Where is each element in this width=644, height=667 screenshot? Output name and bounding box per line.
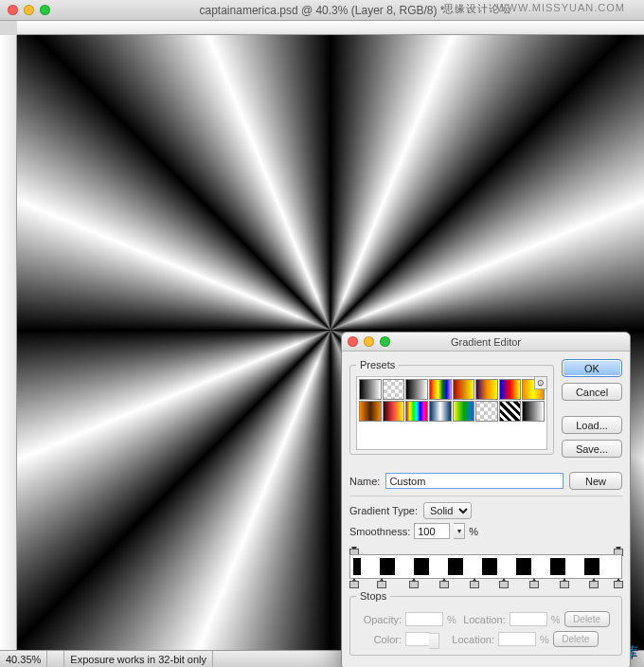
- opacity-location-input: [510, 612, 547, 626]
- preset-swatch[interactable]: [475, 401, 498, 422]
- smoothness-unit: %: [469, 526, 478, 537]
- name-label: Name:: [349, 476, 380, 487]
- status-zoom[interactable]: 40.35%: [0, 651, 47, 667]
- ruler-horizontal[interactable]: [17, 21, 644, 35]
- preset-swatch[interactable]: [453, 379, 475, 400]
- watermark-en: WWW.MISSYUAN.COM: [496, 2, 625, 13]
- name-input[interactable]: [385, 473, 564, 489]
- ok-button[interactable]: OK: [562, 359, 622, 377]
- preset-swatch[interactable]: [429, 401, 452, 422]
- preset-swatch[interactable]: [405, 379, 428, 400]
- preset-swatch[interactable]: [453, 401, 475, 422]
- color-swatch: [405, 632, 430, 646]
- preset-swatch[interactable]: [522, 401, 545, 422]
- preset-swatch[interactable]: [359, 379, 382, 400]
- location-label-1: Location:: [460, 614, 506, 625]
- load-button[interactable]: Load...: [562, 416, 622, 434]
- preset-swatch[interactable]: [429, 379, 452, 400]
- opacity-input: [405, 612, 443, 626]
- delete-opacity-stop-button: Delete: [564, 611, 610, 627]
- preset-swatch[interactable]: [383, 379, 405, 400]
- smoothness-input[interactable]: [414, 523, 450, 539]
- opacity-label: Opacity:: [356, 614, 402, 625]
- preset-swatch[interactable]: [499, 379, 522, 400]
- presets-legend: Presets: [356, 359, 399, 370]
- preset-swatch[interactable]: [383, 401, 405, 422]
- status-spacer: [47, 651, 64, 667]
- gradient-type-label: Gradient Type:: [349, 505, 418, 516]
- presets-grid[interactable]: ⊙: [356, 376, 547, 450]
- color-label: Color:: [356, 634, 402, 645]
- smoothness-label: Smoothness:: [349, 526, 410, 537]
- ruler-vertical[interactable]: [0, 35, 17, 650]
- gradient-bar[interactable]: [349, 554, 622, 579]
- dialog-title: Gradient Editor: [342, 336, 630, 348]
- preset-swatch[interactable]: [499, 401, 522, 422]
- save-button[interactable]: Save...: [562, 440, 622, 458]
- presets-fieldset: Presets ⊙: [349, 359, 554, 455]
- stops-fieldset: Stops Opacity: % Location: % Delete Colo…: [349, 590, 622, 656]
- new-button[interactable]: New: [569, 472, 622, 490]
- status-info[interactable]: Exposure works in 32-bit only: [64, 651, 213, 667]
- gradient-type-select[interactable]: Solid: [423, 502, 472, 519]
- delete-color-stop-button: Delete: [553, 631, 599, 647]
- preset-swatch[interactable]: [475, 379, 498, 400]
- stops-legend: Stops: [356, 590, 390, 602]
- location-label-2: Location:: [449, 634, 494, 645]
- smoothness-dropdown-icon[interactable]: ▾: [454, 523, 465, 539]
- presets-menu-icon[interactable]: ⊙: [534, 376, 547, 389]
- preset-swatch[interactable]: [359, 401, 382, 422]
- cancel-button[interactable]: Cancel: [562, 383, 622, 401]
- gradient-editor-dialog: Gradient Editor Presets ⊙ OK Cancel Load…: [341, 332, 631, 667]
- opacity-stops-row[interactable]: [349, 545, 622, 554]
- preset-swatch[interactable]: [405, 401, 428, 422]
- color-location-input: [498, 632, 536, 646]
- color-stops-row[interactable]: [349, 581, 622, 590]
- dialog-titlebar[interactable]: Gradient Editor: [342, 333, 630, 352]
